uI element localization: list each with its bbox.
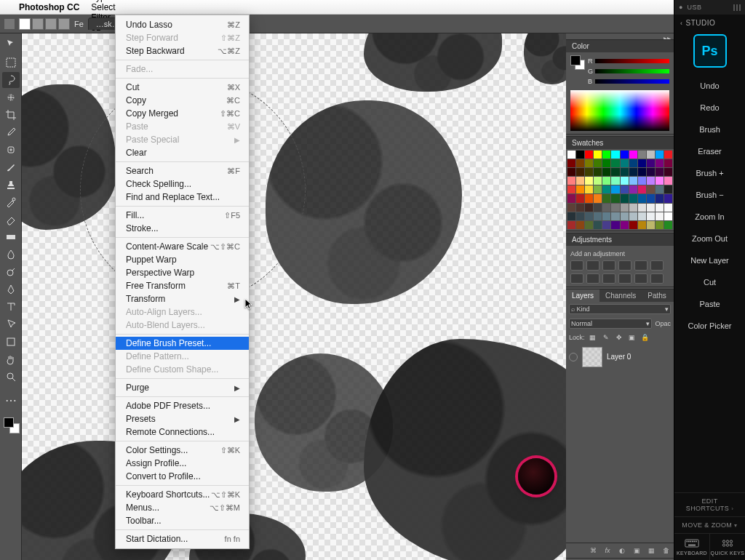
curves-icon[interactable] [602, 260, 615, 271]
move-zoom-header[interactable]: MOVE & ZOOM▾ [674, 516, 745, 533]
quick-select-tool[interactable] [2, 89, 20, 105]
swatch[interactable] [576, 194, 584, 202]
swatch[interactable] [621, 168, 629, 176]
type-tool[interactable] [2, 299, 20, 315]
menu-item-content-aware-scale[interactable]: Content-Aware Scale⌥⇧⌘C [116, 240, 249, 253]
hand-tool[interactable] [2, 351, 20, 367]
swatch[interactable] [638, 212, 646, 220]
menu-item-keyboard-shortcuts[interactable]: Keyboard Shortcuts...⌥⇧⌘K [116, 488, 249, 501]
paths-tab[interactable]: Paths [642, 289, 672, 302]
quick-keys-button[interactable]: QUICK KEYS [709, 534, 745, 560]
swatch[interactable] [611, 221, 619, 229]
swatch[interactable] [647, 212, 655, 220]
menu-item-menus[interactable]: Menus...⌥⇧⌘M [116, 501, 249, 514]
swatch[interactable] [621, 212, 629, 220]
menu-item-adobe-pdf-presets[interactable]: Adobe PDF Presets... [116, 399, 249, 412]
visibility-toggle[interactable] [569, 353, 578, 361]
swatch[interactable] [567, 212, 575, 220]
brightness-icon[interactable] [570, 260, 583, 271]
history-brush-tool[interactable] [2, 194, 20, 210]
menu-item-undo-lasso[interactable]: Undo Lasso⌘Z [116, 18, 249, 31]
swatch[interactable] [638, 151, 646, 159]
layer-thumb[interactable] [582, 347, 602, 367]
swatch[interactable] [602, 159, 610, 167]
swatch[interactable] [621, 221, 629, 229]
studio-item-zoom-out[interactable]: Zoom Out [674, 228, 745, 249]
pen-tool[interactable] [2, 281, 20, 297]
swatch[interactable] [611, 212, 619, 220]
swatch[interactable] [585, 204, 593, 212]
marquee-tool[interactable] [2, 55, 20, 71]
swatch[interactable] [629, 151, 637, 159]
swatch[interactable] [656, 204, 664, 212]
menu-select[interactable]: Select [85, 2, 128, 12]
swatch[interactable] [576, 185, 584, 193]
swatch[interactable] [629, 194, 637, 202]
swatch[interactable] [602, 212, 610, 220]
menu-item-transform[interactable]: Transform▶ [116, 292, 249, 305]
swatch[interactable] [594, 194, 602, 202]
swatch[interactable] [638, 185, 646, 193]
color-spectrum[interactable] [570, 90, 669, 131]
swatch[interactable] [664, 168, 672, 176]
selection-add-icon[interactable] [32, 18, 44, 30]
swatch-grid[interactable] [566, 149, 674, 231]
shape-tool[interactable] [2, 334, 20, 350]
swatch[interactable] [567, 221, 575, 229]
studio-header[interactable]: ‹STUDIO [674, 15, 745, 31]
swatch[interactable] [585, 221, 593, 229]
swatch[interactable] [664, 221, 672, 229]
delete-layer-icon[interactable]: 🗑 [661, 545, 671, 556]
swatch[interactable] [638, 168, 646, 176]
add-mask-icon[interactable]: ◐ [617, 545, 627, 556]
r-slider[interactable] [595, 59, 669, 63]
menu-item-toolbar[interactable]: Toolbar... [116, 514, 249, 527]
swatch[interactable] [576, 221, 584, 229]
swatch[interactable] [656, 159, 664, 167]
layer-filter-kind[interactable]: ⌕ Kind▾ [569, 304, 671, 314]
app-name[interactable]: Photoshop CC [13, 2, 85, 12]
foreground-color[interactable] [4, 417, 14, 428]
ps-doc-icon[interactable] [4, 19, 15, 29]
crop-tool[interactable] [2, 107, 20, 123]
lock-paint-icon[interactable]: ✎ [601, 332, 611, 343]
swatch[interactable] [585, 168, 593, 176]
studio-item-new-layer[interactable]: New Layer [674, 249, 745, 271]
new-group-icon[interactable]: ▣ [632, 545, 642, 556]
swatch[interactable] [611, 151, 619, 159]
swatch[interactable] [594, 151, 602, 159]
menu-item-clear[interactable]: Clear [116, 146, 249, 159]
selection-new-icon[interactable] [19, 18, 31, 30]
swatch[interactable] [638, 159, 646, 167]
exposure-icon[interactable] [618, 260, 632, 271]
swatch[interactable] [638, 177, 646, 185]
layer-name[interactable]: Layer 0 [607, 353, 631, 361]
record-button[interactable] [518, 458, 554, 495]
menu-item-remote-connections[interactable]: Remote Connections... [116, 425, 249, 439]
swatch[interactable] [629, 221, 637, 229]
swatch[interactable] [638, 194, 646, 202]
dodge-tool[interactable] [2, 264, 20, 280]
swatch[interactable] [567, 194, 575, 202]
swatch[interactable] [602, 185, 610, 193]
swatch[interactable] [664, 151, 672, 159]
swatch[interactable] [567, 168, 575, 176]
swatch[interactable] [567, 185, 575, 193]
menu-item-presets[interactable]: Presets▶ [116, 412, 249, 425]
swatch[interactable] [602, 194, 610, 202]
swatch[interactable] [594, 212, 602, 220]
swatch[interactable] [621, 151, 629, 159]
swatch[interactable] [656, 221, 664, 229]
swatch[interactable] [567, 177, 575, 185]
lock-all-icon[interactable]: 🔒 [640, 332, 650, 343]
menu-item-free-transform[interactable]: Free Transform⌘T [116, 279, 249, 292]
swatch[interactable] [611, 159, 619, 167]
menu-item-fill[interactable]: Fill...⇧F5 [116, 209, 249, 222]
selection-mode-icons[interactable] [19, 18, 70, 30]
swatch[interactable] [585, 212, 593, 220]
b-slider[interactable] [595, 79, 669, 84]
edit-toolbar-icon[interactable]: ⋯ [2, 392, 20, 408]
swatch[interactable] [602, 151, 610, 159]
menu-item-copy-merged[interactable]: Copy Merged⇧⌘C [116, 107, 249, 120]
menu-item-cut[interactable]: Cut⌘X [116, 81, 249, 94]
